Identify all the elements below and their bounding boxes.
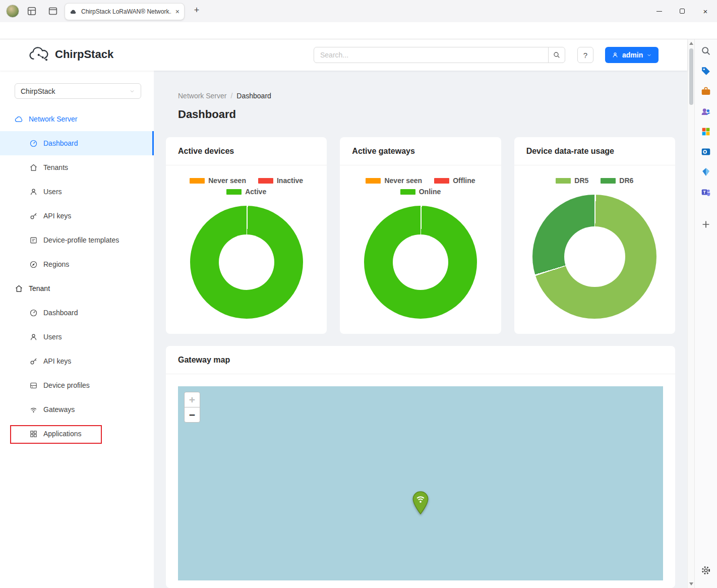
edge-rail-icons — [698, 43, 713, 237]
sidebar-item-dashboard[interactable]: Dashboard — [0, 131, 154, 155]
sidebar-item-label: Dashboard — [43, 309, 78, 317]
admin-label: admin — [622, 51, 643, 59]
search-icon[interactable] — [698, 43, 713, 58]
template-icon — [29, 236, 38, 245]
legend-label: DR5 — [574, 177, 588, 185]
page-title: Dashboard — [178, 108, 675, 121]
tab-close-icon[interactable]: × — [175, 8, 180, 15]
browser-tab[interactable]: ChirpStack LoRaWAN® Network... × — [65, 3, 185, 20]
legend-item-offline[interactable]: Offline — [434, 177, 475, 185]
donut-chart — [190, 206, 303, 319]
settings-gear-icon[interactable] — [698, 563, 713, 578]
sidebar-item-users[interactable]: Users — [0, 180, 154, 204]
legend-label: Never seen — [208, 177, 246, 185]
wifi-icon — [29, 405, 38, 414]
card-device-data-rate-usage: Device data-rate usageDR5DR6 — [514, 137, 675, 334]
tab-title: ChirpStack LoRaWAN® Network... — [81, 8, 171, 15]
close-window-button[interactable]: × — [694, 0, 717, 22]
sidebar-item-dashboard[interactable]: Dashboard — [0, 301, 154, 325]
sidebar-item-label: API keys — [43, 212, 71, 220]
gateway-map[interactable]: + − — [178, 386, 663, 580]
profile-avatar[interactable] — [6, 5, 19, 18]
person-icon — [612, 51, 619, 58]
card-active-gateways: Active gatewaysNever seenOfflineOnline — [340, 137, 501, 334]
breadcrumb: Network Server/Dashboard — [178, 92, 675, 100]
legend-item-inactive[interactable]: Inactive — [258, 177, 303, 185]
sidebar-item-label: Users — [43, 333, 62, 341]
microsoft365-icon[interactable] — [698, 124, 713, 139]
search-icon — [553, 51, 561, 59]
apps-icon — [29, 430, 38, 438]
search-button[interactable] — [548, 47, 565, 63]
stat-cards: Active devicesNever seenInactiveActiveAc… — [166, 137, 675, 334]
scroll-up-icon[interactable] — [689, 42, 693, 45]
card-title: Active devices — [166, 137, 327, 165]
gateway-marker-icon[interactable] — [412, 491, 429, 514]
new-tab-button[interactable]: + — [191, 5, 203, 16]
sidebar-item-gateways[interactable]: Gateways — [0, 397, 154, 422]
legend-swatch — [556, 178, 571, 184]
add-icon[interactable] — [698, 217, 713, 232]
people-icon[interactable] — [698, 104, 713, 119]
legend-label: DR6 — [619, 177, 633, 185]
scroll-down-icon[interactable] — [689, 582, 693, 585]
user-icon — [29, 188, 38, 196]
key-icon — [29, 357, 38, 366]
scrollbar-thumb[interactable] — [689, 48, 693, 105]
minimize-icon — [656, 11, 662, 12]
workspaces-icon[interactable] — [26, 6, 37, 17]
sidebar-item-api-keys[interactable]: API keys — [0, 204, 154, 228]
legend-swatch — [190, 178, 205, 184]
profile-icon — [29, 381, 38, 390]
sidebar-item-users[interactable]: Users — [0, 325, 154, 349]
search-input[interactable] — [314, 47, 549, 63]
cloud-icon — [15, 115, 23, 124]
chirpstack-cloud-icon — [28, 47, 50, 62]
breadcrumb-parent[interactable]: Network Server — [178, 92, 226, 100]
card-active-devices: Active devicesNever seenInactiveActive — [166, 137, 327, 334]
map-zoom-control: + − — [184, 392, 200, 423]
maximize-icon — [680, 9, 685, 14]
sidebar-item-tenants[interactable]: Tenants — [0, 155, 154, 180]
org-select[interactable]: ChirpStack — [15, 83, 141, 99]
legend-label: Offline — [453, 177, 475, 185]
browser-tabstrip: ChirpStack LoRaWAN® Network... × + × — [0, 0, 717, 22]
zoom-in-button[interactable]: + — [184, 392, 200, 407]
sidebar-item-label: Gateways — [43, 405, 75, 414]
tab-actions-icon[interactable] — [47, 6, 58, 17]
legend-item-never-seen[interactable]: Never seen — [190, 177, 246, 185]
sidebar-item-applications[interactable]: Applications — [0, 422, 154, 446]
legend-item-online[interactable]: Online — [400, 188, 441, 196]
legend-item-active[interactable]: Active — [226, 188, 266, 196]
sidebar-item-device-profile-templates[interactable]: Device-profile templates — [0, 228, 154, 252]
minimize-button[interactable] — [647, 0, 671, 22]
teams-icon[interactable] — [698, 185, 713, 200]
legend-item-dr5[interactable]: DR5 — [556, 177, 588, 185]
help-button[interactable]: ? — [577, 47, 593, 63]
card-body: DR5DR6 — [514, 165, 675, 319]
sidebar-item-label: Users — [43, 188, 62, 196]
legend-item-never-seen[interactable]: Never seen — [366, 177, 422, 185]
zoom-out-button[interactable]: − — [184, 407, 200, 423]
sidebar-item-regions[interactable]: Regions — [0, 252, 154, 276]
tools-icon[interactable] — [698, 84, 713, 99]
page-scrollbar[interactable] — [687, 39, 694, 588]
card-title: Active gateways — [340, 137, 501, 165]
maximize-button[interactable] — [671, 0, 694, 22]
legend-swatch — [226, 189, 242, 195]
breadcrumb-current: Dashboard — [236, 92, 271, 100]
legend-swatch — [601, 178, 616, 184]
drop-icon[interactable] — [698, 164, 713, 180]
sidebar-item-api-keys[interactable]: API keys — [0, 349, 154, 373]
home-icon — [29, 163, 38, 172]
legend-label: Never seen — [384, 177, 422, 185]
sidebar-item-device-profiles[interactable]: Device profiles — [0, 373, 154, 397]
admin-user-button[interactable]: admin — [605, 47, 659, 63]
card-title: Device data-rate usage — [514, 137, 675, 165]
home-icon — [15, 284, 23, 293]
nav-section-tenant[interactable]: Tenant — [0, 276, 154, 301]
outlook-icon[interactable] — [698, 144, 713, 159]
legend-item-dr6[interactable]: DR6 — [601, 177, 633, 185]
nav-section-network-server[interactable]: Network Server — [0, 107, 154, 131]
shopping-icon[interactable] — [698, 64, 713, 79]
